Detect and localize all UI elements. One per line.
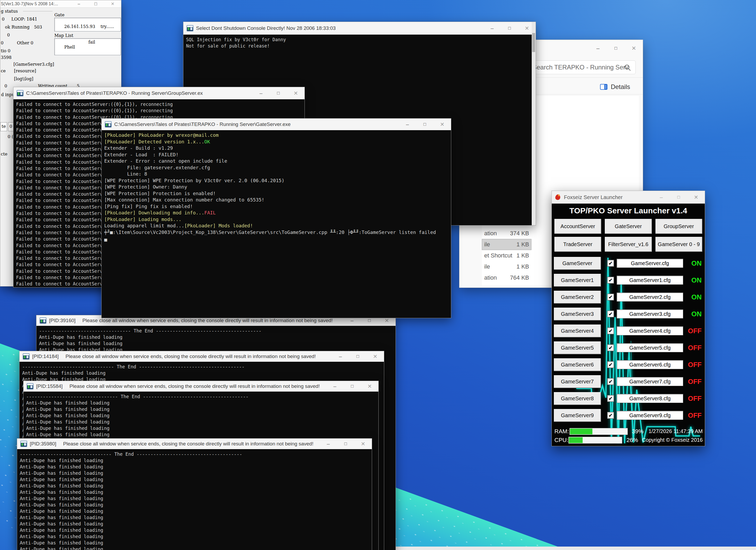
ui-fragment[interactable]: te [0,122,7,131]
minimize-button[interactable] [483,22,501,35]
server-cfg-field[interactable]: GameServer4.cfg [617,326,683,335]
server-checkbox[interactable] [607,412,614,419]
minimize-button[interactable] [326,381,344,392]
server-start-button[interactable]: GameServer2 [554,291,601,304]
server-checkbox[interactable] [607,260,614,267]
server-start-button[interactable]: GameServer7 [554,375,601,388]
server-checkbox[interactable] [607,277,614,284]
titlebar[interactable]: [PID:35980]Please close all window when … [17,439,372,449]
file-type-text: ation [484,274,497,281]
server-checkbox[interactable] [607,395,614,402]
console-line: Anti-Dupe has finished loading [26,419,376,425]
server-status-badge: OFF [688,327,702,335]
file-row[interactable]: ation764 KB [482,272,531,283]
server-checkbox[interactable] [607,294,614,301]
minimize-button[interactable] [332,351,349,362]
console-line: Anti-Dupe has finished loading [20,489,369,495]
close-button[interactable] [354,439,372,449]
close-button[interactable] [104,0,121,7]
file-row[interactable]: ile1 KB [482,239,531,250]
view-details-button[interactable]: Details [600,82,630,92]
server-start-button[interactable]: GameServer5 [554,342,601,354]
close-button[interactable] [625,40,643,57]
server-cfg-field[interactable]: GameServer.cfg [617,259,683,268]
foxseiz-app-icon [554,194,561,201]
maximize-button[interactable] [349,351,367,362]
maximize-button[interactable] [670,191,687,203]
maximize-button[interactable] [337,439,354,449]
maximize-button[interactable] [607,40,625,57]
server-checkbox[interactable] [607,378,614,385]
titlebar[interactable]: C:\GamesServers\Tales of Pirates\TERAPKO… [13,87,305,99]
server-cfg-field[interactable]: GameServer5.cfg [617,343,683,352]
launcher-button-tradeserver[interactable]: TradeServer [554,237,601,251]
server-start-button[interactable]: GameServer4 [554,325,601,337]
close-button[interactable] [287,87,305,99]
minimize-button[interactable] [70,0,87,7]
server-cfg-field[interactable]: GameServer7.cfg [617,377,683,386]
server-start-button[interactable]: GameServer1 [554,274,601,287]
map-list-box[interactable]: Phell fail [54,38,121,55]
server-checkbox[interactable] [607,361,614,368]
server-start-button[interactable]: GameServer9 [554,409,601,422]
minimize-button[interactable] [320,439,337,449]
server-start-button[interactable]: GameServer3 [554,308,601,320]
close-button[interactable] [687,191,705,203]
server-cfg-field[interactable]: GameServer2.cfg [617,293,683,302]
server-cfg-field[interactable]: GameServer6.cfg [617,360,683,369]
server-checkbox[interactable] [607,311,614,318]
gate-input[interactable]: 26.161.155.93 try...... [54,18,121,31]
titlebar[interactable]: Select Dont Shutdown Console Directly! N… [183,22,536,35]
ram-meter-row: RAM: 39% 1/27/2026 11:47:39 AM [554,427,703,436]
minimize-button[interactable] [252,87,270,99]
minimize-button[interactable] [653,191,670,203]
scrollbar-thumb[interactable] [532,33,535,52]
launcher-button-accountserver[interactable]: AccountServer [554,219,601,234]
close-button[interactable] [361,381,378,392]
file-size-text: 374 KB [510,230,529,237]
titlebar[interactable]: C:\GamesServers\Tales of Pirates\TERAPKO… [102,118,451,130]
server-checkbox[interactable] [607,328,614,334]
file-row[interactable]: et Shortcut1 KB [482,250,531,261]
cpu-progressbar [568,437,622,444]
console-output: --------------------------------- The En… [17,449,372,550]
launcher-server-rows: GameServerGameServer.cfgONGameServer1Gam… [554,255,703,424]
close-button[interactable] [434,118,451,130]
server-start-button[interactable]: GameServer8 [554,392,601,405]
server-cfg-field[interactable]: GameServer3.cfg [617,310,683,319]
titlebar[interactable]: S(Ver1.30-7)[Nov 5 2008 14:... [0,0,121,8]
console-line: Anti-Dupe has finished loading [20,464,369,470]
launcher-button-gateserver[interactable]: GateServer [605,219,652,234]
minimize-button[interactable] [589,40,607,57]
server-start-button[interactable]: GameServer6 [554,358,601,371]
file-row[interactable]: ile1 KB [482,261,531,272]
launcher-button-groupserver[interactable]: GroupServer [655,219,702,234]
launcher-button-filterserver-v1-6[interactable]: FilterServer_v1.6 [605,237,652,251]
server-cfg-field[interactable]: GameServer1.cfg [617,276,683,285]
console-line: Anti-Dupe has finished loading [20,483,369,489]
titlebar[interactable]: Foxseiz Server Launcher [552,191,705,203]
scrollbar[interactable] [532,22,536,225]
server-row: GameServer8GameServer8.cfgOFF [554,390,703,407]
file-row[interactable]: ation374 KB [482,228,531,239]
status-text: tio 0 [1,48,10,53]
minimize-button[interactable] [399,118,416,130]
titlebar[interactable]: [PID:15584]Please close all window when … [23,381,378,392]
launcher-button-gameserver-0-9[interactable]: GameServer 0 - 9 [655,237,702,251]
maximize-button[interactable] [501,22,518,35]
close-button[interactable] [367,351,384,362]
maximize-button[interactable] [270,87,287,99]
server-checkbox[interactable] [607,344,614,351]
titlebar[interactable]: [PID:14184]Please close all window when … [20,351,384,362]
maximize-button[interactable] [87,0,104,7]
maximize-button[interactable] [344,381,361,392]
maximize-button[interactable] [416,118,434,130]
server-start-button[interactable]: GameServer [554,257,601,269]
console-line: Anti-Dupe has finished loading [26,413,376,419]
ui-fragment[interactable]: 0 [8,122,13,131]
console-line: Anti-Dupe has finished loading [26,432,376,438]
status-text: 0 [4,83,7,88]
server-cfg-field[interactable]: GameServer9.cfg [617,411,683,420]
console-line: --------------------------------- The En… [20,451,369,457]
server-cfg-field[interactable]: GameServer8.cfg [617,394,683,403]
